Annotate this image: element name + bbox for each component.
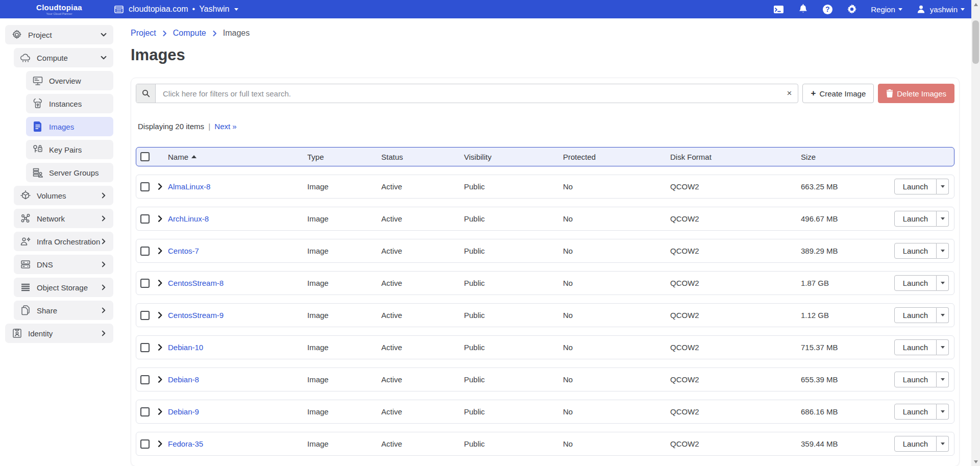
sidebar-item-infra-orchestration[interactable]: Infra Orchestration bbox=[14, 232, 113, 251]
sidebar-item-compute[interactable]: Compute bbox=[14, 48, 113, 67]
next-page-link[interactable]: Next » bbox=[214, 122, 236, 131]
row-checkbox[interactable] bbox=[140, 311, 150, 320]
image-name-link[interactable]: Fedora-35 bbox=[168, 439, 307, 448]
delete-images-button[interactable]: Delete Images bbox=[878, 84, 954, 103]
launch-dropdown-toggle[interactable] bbox=[937, 372, 949, 387]
expand-row-icon[interactable] bbox=[156, 183, 168, 190]
row-checkbox[interactable] bbox=[140, 182, 150, 191]
cell-visibility: Public bbox=[464, 439, 563, 448]
image-name-link[interactable]: CentosStream-8 bbox=[168, 279, 307, 287]
launch-dropdown-toggle[interactable] bbox=[937, 179, 949, 194]
select-all-checkbox[interactable] bbox=[140, 152, 150, 161]
expand-row-icon[interactable] bbox=[156, 344, 168, 351]
cell-disk-format: QCOW2 bbox=[670, 247, 801, 255]
chevron-right-icon bbox=[161, 30, 168, 37]
row-checkbox[interactable] bbox=[140, 439, 150, 449]
expand-row-icon[interactable] bbox=[156, 247, 168, 255]
region-menu[interactable]: Region bbox=[871, 5, 902, 14]
gear-icon[interactable] bbox=[846, 4, 857, 15]
sidebar-item-network[interactable]: Network bbox=[14, 209, 113, 228]
scroll-up-arrow[interactable] bbox=[971, 0, 980, 9]
cell-protected: No bbox=[563, 343, 670, 352]
chevron-right-icon bbox=[100, 215, 107, 222]
launch-button[interactable]: Launch bbox=[894, 404, 937, 420]
expand-row-icon[interactable] bbox=[156, 279, 168, 287]
trash-icon bbox=[886, 89, 893, 97]
sidebar-item-project[interactable]: Project bbox=[5, 25, 113, 44]
create-image-button[interactable]: + Create Image bbox=[802, 84, 874, 103]
breadcrumb-link-project[interactable]: Project bbox=[131, 29, 156, 38]
scroll-down-arrow[interactable] bbox=[971, 457, 980, 466]
launch-button[interactable]: Launch bbox=[894, 211, 937, 227]
row-checkbox[interactable] bbox=[140, 247, 150, 256]
help-icon[interactable]: ? bbox=[822, 4, 833, 15]
image-name-link[interactable]: ArchLinux-8 bbox=[168, 214, 307, 223]
chevron-down-icon bbox=[941, 282, 945, 284]
cell-status: Active bbox=[381, 439, 464, 448]
sidebar-item-images[interactable]: Images bbox=[26, 117, 113, 136]
chevron-right-icon bbox=[100, 307, 107, 314]
launch-button[interactable]: Launch bbox=[894, 307, 937, 323]
launch-button[interactable]: Launch bbox=[894, 179, 937, 194]
sidebar-item-instances[interactable]: Instances bbox=[26, 94, 113, 113]
image-name-link[interactable]: Debian-10 bbox=[168, 343, 307, 352]
image-name-link[interactable]: Centos-7 bbox=[168, 247, 307, 255]
console-icon[interactable] bbox=[773, 4, 784, 15]
image-name-link[interactable]: Debian-8 bbox=[168, 375, 307, 384]
launch-dropdown-toggle[interactable] bbox=[937, 211, 949, 227]
sidebar-item-object-storage[interactable]: Object Storage bbox=[14, 278, 113, 297]
image-name-link[interactable]: Debian-9 bbox=[168, 407, 307, 416]
search-input[interactable] bbox=[156, 84, 780, 103]
launch-dropdown-toggle[interactable] bbox=[937, 339, 949, 355]
launch-button[interactable]: Launch bbox=[894, 243, 937, 259]
sidebar-item-dns[interactable]: DNS bbox=[14, 255, 113, 274]
vertical-scrollbar[interactable] bbox=[971, 0, 980, 466]
row-checkbox[interactable] bbox=[140, 407, 150, 416]
launch-dropdown-toggle[interactable] bbox=[937, 243, 949, 259]
column-header-disk-format[interactable]: Disk Format bbox=[670, 153, 801, 161]
chevron-down-icon bbox=[941, 378, 945, 381]
row-checkbox[interactable] bbox=[140, 279, 150, 288]
image-name-link[interactable]: CentosStream-9 bbox=[168, 311, 307, 320]
expand-row-icon[interactable] bbox=[156, 311, 168, 319]
column-header-visibility[interactable]: Visibility bbox=[464, 153, 563, 161]
launch-dropdown-toggle[interactable] bbox=[937, 436, 949, 452]
sidebar-item-volumes[interactable]: Volumes bbox=[14, 186, 113, 205]
cell-status: Active bbox=[381, 311, 464, 320]
expand-row-icon[interactable] bbox=[156, 376, 168, 383]
launch-button[interactable]: Launch bbox=[894, 339, 937, 355]
breadcrumb-link-compute[interactable]: Compute bbox=[173, 29, 206, 38]
sidebar-item-identity[interactable]: Identity bbox=[5, 324, 113, 343]
launch-dropdown-toggle[interactable] bbox=[937, 307, 949, 323]
sidebar-item-server-groups[interactable]: Server Groups bbox=[26, 163, 113, 182]
column-header-size[interactable]: Size bbox=[801, 153, 895, 161]
sidebar-item-label: Share bbox=[37, 306, 100, 315]
cell-status: Active bbox=[381, 343, 464, 352]
launch-button[interactable]: Launch bbox=[894, 436, 937, 452]
project-switcher[interactable]: cloudtopiaa.com • Yashwin bbox=[113, 4, 238, 15]
row-checkbox[interactable] bbox=[140, 214, 150, 224]
row-checkbox[interactable] bbox=[140, 343, 150, 352]
expand-row-icon[interactable] bbox=[156, 440, 168, 448]
image-name-link[interactable]: AlmaLinux-8 bbox=[168, 182, 307, 191]
sidebar-item-share[interactable]: Share bbox=[14, 301, 113, 320]
launch-button[interactable]: Launch bbox=[894, 372, 937, 387]
column-header-type[interactable]: Type bbox=[307, 153, 381, 161]
column-header-protected[interactable]: Protected bbox=[563, 153, 670, 161]
expand-row-icon[interactable] bbox=[156, 408, 168, 415]
cell-size: 496.67 MB bbox=[801, 214, 895, 223]
bell-icon[interactable] bbox=[797, 4, 808, 15]
row-checkbox[interactable] bbox=[140, 375, 150, 384]
launch-button[interactable]: Launch bbox=[894, 275, 937, 291]
sidebar-item-overview[interactable]: Overview bbox=[26, 71, 113, 90]
column-header-status[interactable]: Status bbox=[381, 153, 464, 161]
clear-search-icon[interactable]: × bbox=[780, 84, 798, 103]
user-menu[interactable]: yashwin bbox=[916, 4, 965, 15]
launch-dropdown-toggle[interactable] bbox=[937, 275, 949, 291]
logo[interactable]: Cloudtopiaa Your Cloud Partner bbox=[0, 4, 118, 15]
scrollbar-thumb[interactable] bbox=[972, 20, 979, 64]
column-header-name[interactable]: Name bbox=[168, 153, 307, 161]
expand-row-icon[interactable] bbox=[156, 215, 168, 223]
launch-dropdown-toggle[interactable] bbox=[937, 404, 949, 420]
sidebar-item-key-pairs[interactable]: Key Pairs bbox=[26, 140, 113, 159]
